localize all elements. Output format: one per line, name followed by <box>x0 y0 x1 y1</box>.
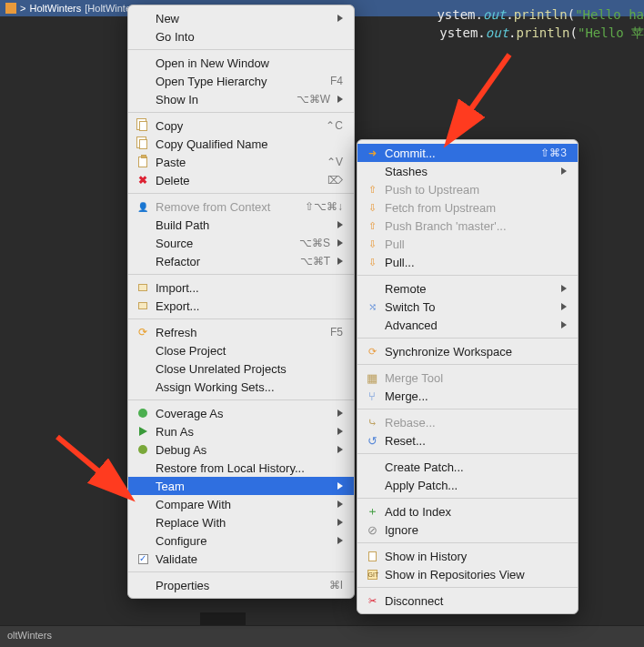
menu-stashes[interactable]: Stashes <box>357 162 578 180</box>
chevron-right-icon <box>561 303 567 310</box>
menu-restore-history[interactable]: Restore from Local History... <box>128 459 354 477</box>
commit-icon: ➜ <box>368 147 377 159</box>
chevron-right-icon <box>561 285 567 292</box>
statusbar-text: oltWinters <box>7 630 52 641</box>
menu-source[interactable]: Source⌥⌘S <box>128 234 354 252</box>
menu-properties[interactable]: Properties⌘I <box>128 576 354 594</box>
menu-refactor[interactable]: Refactor⌥⌘T <box>128 252 354 270</box>
menu-remote[interactable]: Remote <box>357 279 578 298</box>
menu-sync-workspace[interactable]: ⟳Synchronize Workspace <box>357 342 578 360</box>
menu-show-repos[interactable]: GITShow in Repositories View <box>357 565 578 583</box>
reset-icon: ↺ <box>367 434 377 448</box>
menu-separator <box>128 193 354 194</box>
menu-replace-with[interactable]: Replace With <box>128 513 354 531</box>
menu-delete[interactable]: ✖Delete⌦ <box>128 171 354 189</box>
menu-copy-qualified[interactable]: Copy Qualified Name <box>128 135 354 153</box>
copy-icon <box>139 139 147 149</box>
fetch-icon: ⇩ <box>368 202 377 214</box>
menu-merge[interactable]: ⑂Merge... <box>357 387 578 405</box>
merge-icon: ⑂ <box>368 389 376 403</box>
ignore-icon: ⊘ <box>367 523 377 537</box>
menu-run-as[interactable]: Run As <box>128 422 354 440</box>
switch-icon: ⤭ <box>368 301 377 313</box>
chevron-right-icon <box>337 537 343 544</box>
menu-create-patch[interactable]: Create Patch... <box>357 458 578 476</box>
menu-push-branch: ⇧Push Branch 'master'... <box>357 217 578 235</box>
menu-show-history[interactable]: Show in History <box>357 547 578 565</box>
paste-icon <box>138 157 147 167</box>
refresh-icon: ⟳ <box>138 326 147 339</box>
history-icon <box>368 551 377 561</box>
push-icon: ⇧ <box>368 184 377 196</box>
menu-compare-with[interactable]: Compare With <box>128 495 354 513</box>
menu-merge-tool: ▦Merge Tool <box>357 369 578 387</box>
menu-commit[interactable]: ➜Commit...⇧⌘3 <box>357 144 578 162</box>
menu-close-unrelated[interactable]: Close Unrelated Projects <box>128 359 354 378</box>
menu-separator <box>128 112 354 113</box>
menu-export[interactable]: Export... <box>128 297 354 315</box>
menu-validate[interactable]: Validate <box>128 550 354 568</box>
menu-separator <box>357 409 578 409</box>
editor-code: ystem.out.println("Hello ha ystem.out.pr… <box>335 0 644 55</box>
menu-go-into[interactable]: Go Into <box>128 27 354 45</box>
menu-open-type-hierarchy[interactable]: Open Type HierarchyF4 <box>128 72 354 90</box>
sync-icon: ⟳ <box>368 346 377 358</box>
chevron-right-icon <box>561 321 567 329</box>
menu-push-upstream: ⇧Push to Upstream <box>357 180 578 198</box>
chevron-right-icon <box>337 409 343 417</box>
merge-tool-icon: ▦ <box>367 371 377 385</box>
menu-separator <box>357 498 578 499</box>
bug-icon <box>138 445 147 454</box>
chevron-right-icon <box>337 221 343 228</box>
delete-icon: ✖ <box>138 174 147 187</box>
context-menu: New Go Into Open in New Window Open Type… <box>127 5 355 599</box>
pull-icon: ⇩ <box>368 238 377 250</box>
menu-show-in[interactable]: Show In⌥⌘W <box>128 90 354 108</box>
git-repo-icon: GIT <box>367 570 377 580</box>
export-icon <box>138 302 147 309</box>
menu-import[interactable]: Import... <box>128 278 354 297</box>
menu-separator <box>357 542 578 543</box>
menu-refresh[interactable]: ⟳RefreshF5 <box>128 323 354 341</box>
menu-close-project[interactable]: Close Project <box>128 341 354 359</box>
menu-fetch-upstream: ⇩Fetch from Upstream <box>357 198 578 217</box>
chevron-right-icon <box>337 258 343 265</box>
menu-pull-dialog[interactable]: ⇩Pull... <box>357 253 578 271</box>
disconnect-icon: ✂ <box>368 595 377 607</box>
menu-debug-as[interactable]: Debug As <box>128 440 354 459</box>
menu-coverage-as[interactable]: Coverage As <box>128 404 354 422</box>
push-branch-icon: ⇧ <box>368 220 377 232</box>
menu-advanced[interactable]: Advanced <box>357 316 578 334</box>
menu-separator <box>128 49 354 50</box>
menu-rebase: ⤷Rebase... <box>357 413 578 431</box>
pull-icon: ⇩ <box>368 257 377 268</box>
menu-apply-patch[interactable]: Apply Patch... <box>357 476 578 494</box>
menu-new[interactable]: New <box>128 9 354 27</box>
menu-separator <box>128 571 354 572</box>
menu-open-new-window[interactable]: Open in New Window <box>128 54 354 72</box>
menu-reset[interactable]: ↺Reset... <box>357 431 578 450</box>
menu-remove-context: 👤Remove from Context⇧⌥⌘↓ <box>128 197 354 216</box>
menu-team[interactable]: Team <box>128 477 354 495</box>
menu-copy[interactable]: Copy⌃C <box>128 116 354 135</box>
menu-separator <box>357 338 578 339</box>
run-icon <box>139 427 147 436</box>
menu-assign-working-sets[interactable]: Assign Working Sets... <box>128 378 354 396</box>
team-submenu: ➜Commit...⇧⌘3 Stashes ⇧Push to Upstream … <box>357 139 579 614</box>
menu-separator <box>128 274 354 275</box>
menu-add-index[interactable]: ＋Add to Index <box>357 502 578 521</box>
breadcrumb-project: HoltWinters <box>29 3 81 14</box>
import-icon <box>138 284 147 291</box>
chevron-right-icon <box>337 446 343 453</box>
statusbar: oltWinters <box>0 625 644 647</box>
chevron-right-icon <box>337 482 343 490</box>
menu-build-path[interactable]: Build Path <box>128 216 354 234</box>
menu-separator <box>357 275 578 276</box>
rebase-icon: ⤷ <box>367 416 377 430</box>
menu-paste[interactable]: Paste⌃V <box>128 153 354 171</box>
menu-switch-to[interactable]: ⤭Switch To <box>357 298 578 316</box>
menu-configure[interactable]: Configure <box>128 531 354 550</box>
menu-ignore[interactable]: ⊘Ignore <box>357 521 578 539</box>
svg-line-0 <box>453 55 509 135</box>
menu-disconnect[interactable]: ✂Disconnect <box>357 591 578 610</box>
